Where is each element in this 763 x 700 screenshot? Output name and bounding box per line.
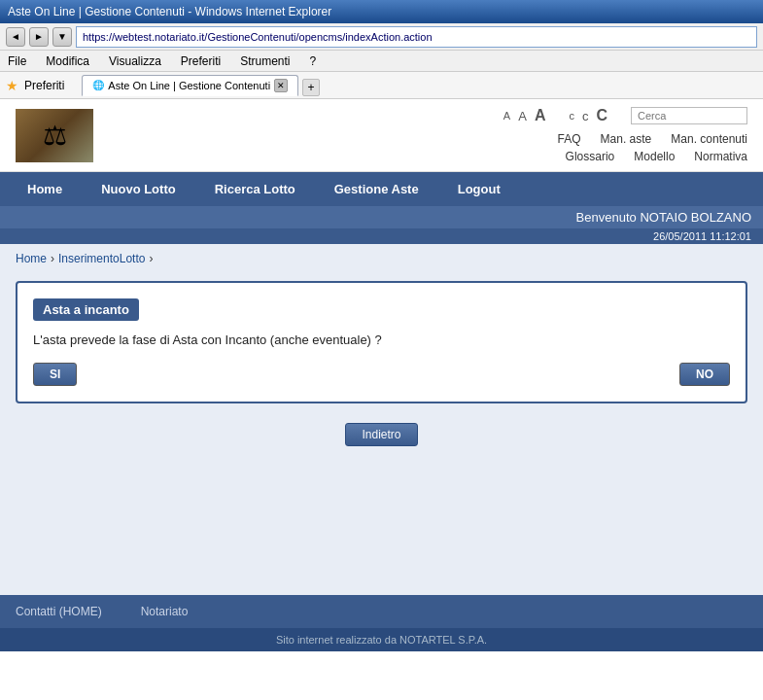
menu-bar: File Modifica Visualizza Preferiti Strum…	[0, 51, 763, 72]
gavel-icon: ⚖	[43, 120, 67, 152]
menu-strumenti[interactable]: Strumenti	[236, 53, 294, 69]
font-large-c[interactable]: C	[596, 107, 607, 124]
nav-man-contenuti[interactable]: Man. contenuti	[671, 132, 747, 146]
nav-normativa[interactable]: Normativa	[694, 150, 747, 163]
nav-ricerca-lotto[interactable]: Ricerca Lotto	[195, 172, 315, 206]
address-bar: ◄ ► ▼	[0, 23, 763, 51]
font-large-a[interactable]: A	[535, 107, 546, 124]
datetime-bar: 26/05/2011 11:12:01	[0, 228, 763, 244]
footer-notariato[interactable]: Notariato	[141, 605, 189, 618]
search-input[interactable]	[631, 107, 747, 124]
font-medium-c[interactable]: c	[582, 109, 589, 123]
back-row: Indietro	[0, 411, 763, 458]
nav-gestione-aste[interactable]: Gestione Aste	[315, 172, 438, 206]
menu-help[interactable]: ?	[306, 53, 321, 69]
menu-file[interactable]: File	[4, 53, 30, 69]
menu-modifica[interactable]: Modifica	[42, 53, 93, 69]
datetime-text: 26/05/2011 11:12:01	[653, 230, 751, 242]
favorites-label[interactable]: Preferiti	[24, 79, 64, 92]
content-area: ⚖ A A A c c C FAQ Man. aste Man. contenu…	[0, 99, 763, 595]
menu-visualizza[interactable]: Visualizza	[105, 53, 165, 69]
breadcrumb-home[interactable]: Home	[16, 252, 47, 265]
font-size-controls: A A A c c C	[503, 107, 747, 124]
tab-close-button[interactable]: ✕	[274, 79, 288, 92]
buttons-row: SI NO	[33, 363, 730, 386]
active-tab[interactable]: 🌐 Aste On Line | Gestione Contenuti ✕	[82, 75, 298, 96]
site-logo: ⚖	[16, 109, 93, 162]
breadcrumb: Home › InserimentoLotto ›	[0, 244, 763, 273]
nav-modello[interactable]: Modello	[634, 150, 675, 163]
panel-title: Asta a incanto	[33, 298, 139, 321]
header-links: A A A c c C FAQ Man. aste Man. contenuti…	[503, 107, 747, 163]
nav-home[interactable]: Home	[8, 172, 82, 206]
header-nav-row2: Glossario Modello Normativa	[566, 150, 747, 163]
question-text: L'asta prevede la fase di Asta con Incan…	[33, 332, 730, 347]
footer-bottom: Sito internet realizzato da NOTARTEL S.P…	[0, 628, 763, 651]
breadcrumb-sep1: ›	[51, 252, 54, 265]
nav-nuovo-lotto[interactable]: Nuovo Lotto	[82, 172, 195, 206]
breadcrumb-sep2: ›	[149, 252, 153, 265]
favorites-star-icon: ★	[6, 78, 18, 93]
footer-contatti[interactable]: Contatti (HOME)	[16, 605, 102, 618]
dropdown-button[interactable]: ▼	[52, 27, 72, 47]
forward-button[interactable]: ►	[29, 27, 49, 47]
si-button[interactable]: SI	[33, 363, 77, 386]
font-small-a[interactable]: A	[503, 110, 510, 122]
favorites-bar: ★ Preferiti 🌐 Aste On Line | Gestione Co…	[0, 72, 763, 99]
font-medium-a[interactable]: A	[518, 109, 527, 123]
address-input[interactable]	[76, 26, 757, 48]
welcome-bar: Benvenuto NOTAIO BOLZANO	[0, 206, 763, 228]
back-button-indietro[interactable]: Indietro	[345, 423, 417, 446]
tab-page-icon: 🌐	[92, 80, 104, 90]
nav-man-aste[interactable]: Man. aste	[601, 132, 652, 146]
site-header: ⚖ A A A c c C FAQ Man. aste Man. contenu…	[0, 99, 763, 172]
nav-faq[interactable]: FAQ	[558, 132, 581, 146]
nav-glossario[interactable]: Glossario	[566, 150, 615, 163]
nav-logout[interactable]: Logout	[438, 172, 520, 206]
tab-label: Aste On Line | Gestione Contenuti	[108, 80, 270, 91]
footer-links: Contatti (HOME) Notariato	[0, 595, 763, 628]
window-title: Aste On Line | Gestione Contenuti - Wind…	[8, 5, 331, 18]
header-nav-row1: FAQ Man. aste Man. contenuti	[558, 132, 747, 146]
tab-bar: 🌐 Aste On Line | Gestione Contenuti ✕ +	[82, 75, 320, 96]
footer-copyright: Sito internet realizzato da NOTARTEL S.P…	[276, 634, 487, 646]
font-small-c[interactable]: c	[569, 110, 574, 122]
main-nav: Home Nuovo Lotto Ricerca Lotto Gestione …	[0, 172, 763, 206]
new-tab-button[interactable]: +	[302, 79, 320, 96]
breadcrumb-inserimento-lotto[interactable]: InserimentoLotto	[58, 252, 145, 265]
no-button[interactable]: NO	[679, 363, 730, 386]
main-panel: Asta a incanto L'asta prevede la fase di…	[0, 273, 763, 411]
back-button[interactable]: ◄	[6, 27, 25, 47]
title-bar: Aste On Line | Gestione Contenuti - Wind…	[0, 0, 763, 23]
welcome-text: Benvenuto NOTAIO BOLZANO	[576, 210, 751, 225]
panel-box: Asta a incanto L'asta prevede la fase di…	[16, 281, 747, 403]
menu-preferiti[interactable]: Preferiti	[177, 53, 225, 69]
